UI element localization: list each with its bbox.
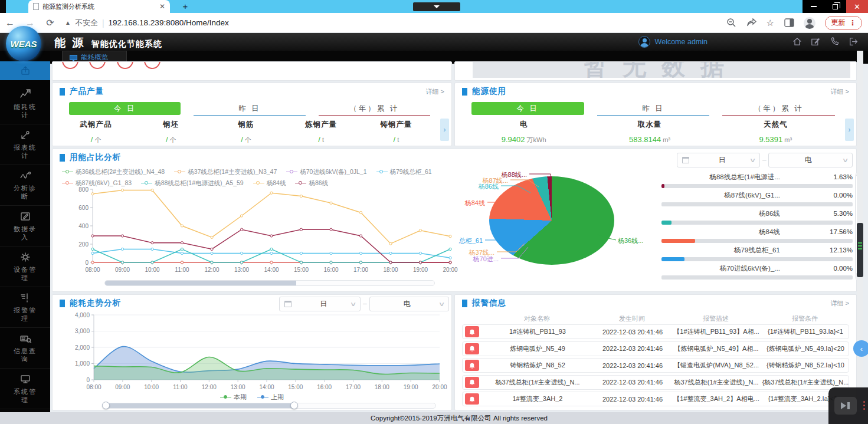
alarm-row[interactable]: 1#连铸机_PB11_93 2022-12-03 20:41:46 【1#连铸机… <box>462 324 849 339</box>
legend-item-本期[interactable]: 本期 <box>220 393 247 402</box>
tab-今日[interactable]: 今 日 <box>471 102 584 115</box>
carousel-next-button[interactable]: › <box>440 119 449 141</box>
alarm-row[interactable]: 1#整流变_3AH_2 2022-12-03 20:41:46 【1#整流变_3… <box>462 392 849 406</box>
sidebar-item-报警管理[interactable]: 报警管理 <box>0 287 50 328</box>
browser-tab[interactable]: 能源监测分析系统 ✕ <box>28 0 170 13</box>
legend-item[interactable]: 杨79线总柜_61 <box>376 168 432 176</box>
datazoom-handle[interactable] <box>290 402 298 409</box>
svg-text:16:00: 16:00 <box>317 384 332 390</box>
svg-text:11:00: 11:00 <box>173 384 188 390</box>
tab-昨日[interactable]: 昨 日 <box>597 102 710 115</box>
detail-link[interactable]: 详细 > <box>831 299 849 308</box>
edit-icon[interactable] <box>811 37 822 47</box>
tab-昨日[interactable]: 昨 日 <box>194 102 305 115</box>
logout-icon[interactable] <box>849 37 860 47</box>
phone-icon[interactable] <box>830 37 841 47</box>
zoom-icon[interactable] <box>726 18 737 28</box>
detail-link[interactable]: 详细 > <box>426 87 444 96</box>
svg-text:13:00: 13:00 <box>234 267 249 273</box>
proportion-analysis-panel: 用能占比分析 日 ∨ – 电 ∨ 杨36线总柜(2#主变进线)_N4_48杨37… <box>52 149 857 292</box>
energy-trend-area-chart: 01,0002,0003,0004,00008:0009:0010:0011:0… <box>55 311 451 394</box>
svg-text:18:00: 18:00 <box>383 267 398 273</box>
home-icon <box>0 64 50 77</box>
browser-toolbar: ← → ⟳ ▲ 不安全 | 192.168.18.239:8080/Home/I… <box>0 13 868 33</box>
product-stats: 武钢产品 /个钢坯 /个钢筋 /个炼钢产量 /t铸钢产量 /t <box>58 120 434 144</box>
period-select[interactable]: 日 ∨ <box>677 153 760 167</box>
svg-text:17:00: 17:00 <box>346 384 361 390</box>
sidebar-item-分析诊断[interactable]: 分析诊断 <box>0 165 50 206</box>
close-button[interactable]: ✕ <box>846 0 868 13</box>
alarm-object: 铸钢精炼炉_N8_52 <box>483 361 592 370</box>
menu-dots-icon[interactable]: ⋮ <box>849 19 856 27</box>
period-select[interactable]: 日 ∨ <box>279 297 361 311</box>
tab-（年）累计[interactable]: （年）累 计 <box>319 102 430 115</box>
titlebar-dropdown-button[interactable] <box>413 2 460 11</box>
svg-text:09:00: 09:00 <box>115 384 130 390</box>
energy-type-select[interactable]: 电 ∨ <box>369 297 449 311</box>
welcome-user[interactable]: Welcome admin <box>638 36 707 48</box>
tab-close-icon[interactable]: ✕ <box>159 2 165 11</box>
carousel-next-button[interactable]: › <box>845 119 854 141</box>
warning-icon: ▲ <box>65 19 71 26</box>
legend-item[interactable]: 杨36线总柜(2#主变进线)_N4_48 <box>62 168 165 176</box>
bookmark-star-icon[interactable]: ☆ <box>767 18 774 28</box>
browser-profile-icon[interactable] <box>804 17 815 29</box>
alarm-row[interactable]: 炼钢电弧炉_N5_49 2022-12-03 20:41:46 【炼钢电弧炉_N… <box>462 341 849 356</box>
alarm-row[interactable]: 杨37线总柜(1#主变进线)_N... 2022-12-03 20:41:46 … <box>462 375 849 390</box>
gauge-icon <box>89 61 106 69</box>
tab-（年）累计[interactable]: （年）累 计 <box>722 102 835 115</box>
legend-item-上期[interactable]: 上期 <box>257 393 284 402</box>
recorder-pip-icon[interactable] <box>834 397 857 415</box>
energy-type-select[interactable]: 电 ∨ <box>768 153 853 167</box>
side-panel-icon[interactable] <box>784 18 794 28</box>
svg-text:15:00: 15:00 <box>288 384 303 390</box>
url-text[interactable]: 192.168.18.239:8080/Home/Index <box>109 18 229 27</box>
update-button[interactable]: 更新 ⋮ <box>825 16 862 30</box>
home-icon[interactable] <box>792 37 803 47</box>
svg-text:18:00: 18:00 <box>375 384 389 390</box>
sidebar-item-能耗统计[interactable]: 能耗统计 <box>0 84 50 124</box>
legend-item[interactable]: 杨37线总柜(1#主变进线)_N3_47 <box>174 168 277 176</box>
energy-usage-panel: 能源使用 详细 > 今 日昨 日（年）累 计 电 9.9402万kWh取水量 5… <box>454 83 857 146</box>
pie-label: 总柜_61 <box>459 236 483 245</box>
collapse-panel-button[interactable]: ‹ <box>853 340 868 357</box>
sidebar-item-信息查询[interactable]: 信息查询 <box>0 328 50 369</box>
sidebar-item-设备管理[interactable]: 设备管理 <box>0 246 50 287</box>
chevron-down-icon: ∨ <box>438 301 445 307</box>
sidebar-item-报表统计[interactable]: 报表统计 <box>0 124 50 165</box>
svg-text:600: 600 <box>78 205 89 211</box>
footer: Copyright©2015-2019万洲电气有限公司 All rights r… <box>0 412 868 424</box>
restore-button[interactable] <box>824 0 846 13</box>
pie-label: 杨84线 <box>465 199 485 208</box>
scrollbar-thumb[interactable] <box>857 223 863 277</box>
sidebar-item-数据录入[interactable]: 数据录入 <box>0 206 50 246</box>
share-icon[interactable] <box>746 18 757 28</box>
alarm-desc: 【1#连铸机_PB11_93】A相... <box>673 327 760 336</box>
alarm-row[interactable]: 铸钢精炼炉_N8_52 2022-12-03 20:41:46 【锻造电弧炉(M… <box>462 358 849 373</box>
page-scrollbar[interactable] <box>857 51 863 412</box>
datazoom-handle[interactable] <box>102 402 110 409</box>
alarm-condition: {炼钢电弧炉_N5_49.Ia}<20 <box>760 344 851 353</box>
ranking-item: 杨87线(6kV)_G1... 0.00% <box>661 191 853 209</box>
sidebar-item-overview[interactable] <box>0 61 50 80</box>
svg-text:13:00: 13:00 <box>231 384 245 390</box>
address-bar[interactable]: ▲ 不安全 | 192.168.18.239:8080/Home/Index <box>65 18 726 28</box>
security-label[interactable]: 不安全 <box>75 18 98 28</box>
new-tab-button[interactable]: + <box>181 2 190 11</box>
energy-stats: 电 9.9402万kWh取水量 583.8144m³天然气 9.5391m³ <box>461 120 838 144</box>
ranking-bar <box>661 221 853 225</box>
line-chart-datazoom[interactable] <box>104 280 435 286</box>
tab-今日[interactable]: 今 日 <box>69 102 181 115</box>
trend-chart-datazoom[interactable] <box>104 403 436 409</box>
ranking-bar <box>661 184 853 188</box>
legend-item[interactable]: 杨70进线6kV(备)_0JL_1 <box>286 168 366 176</box>
sidebar-item-系统管理[interactable]: 系统管理 <box>0 369 50 409</box>
panel-bullet <box>60 300 65 307</box>
user-avatar-icon <box>638 36 650 48</box>
minimize-button[interactable] <box>803 0 824 13</box>
recorder-menu-dots-icon[interactable] <box>863 399 865 412</box>
legend-dot-icon <box>220 395 231 400</box>
alarm-col-header: 发生时间 <box>592 314 672 323</box>
detail-link[interactable]: 详细 > <box>831 87 849 96</box>
reload-icon[interactable]: ⟳ <box>40 17 60 28</box>
